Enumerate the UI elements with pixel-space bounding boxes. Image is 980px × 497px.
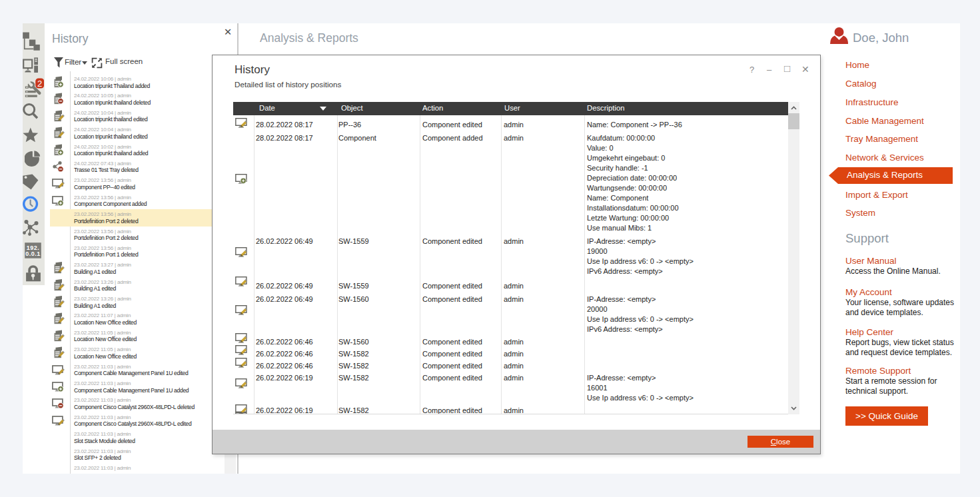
svg-text:2: 2 <box>37 79 42 89</box>
svg-text:0.0.1: 0.0.1 <box>25 250 41 257</box>
